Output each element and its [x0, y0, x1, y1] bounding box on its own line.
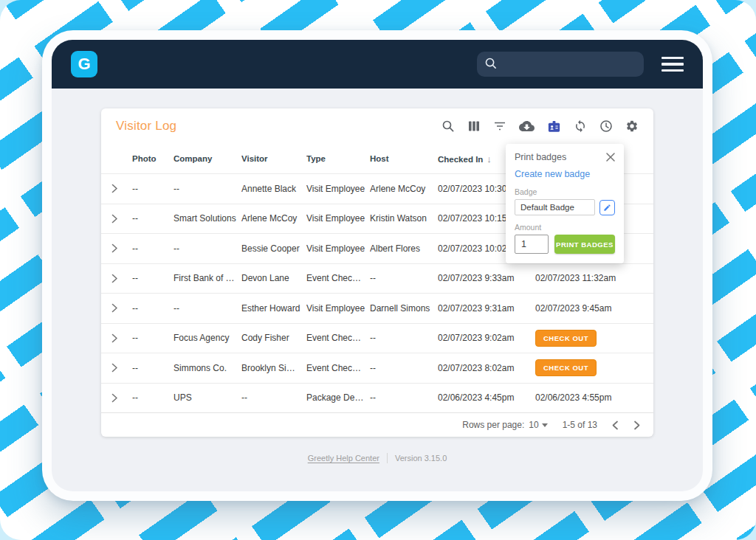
edit-badge-pencil-icon[interactable]: [599, 200, 615, 215]
row-expand-chevron-icon[interactable]: [101, 363, 132, 373]
card-header: Visitor Log: [101, 108, 653, 144]
print-badges-button[interactable]: PRINT BADGES: [554, 235, 615, 254]
cell-host: Arlene McCoy: [370, 184, 438, 194]
header-host[interactable]: Host: [370, 154, 438, 163]
cell-type: Visit Employee: [306, 213, 370, 224]
filter-icon[interactable]: [493, 120, 506, 133]
sort-desc-icon: ↓: [487, 153, 492, 165]
cell-company: Simmons Co.: [173, 363, 241, 373]
cell-checked-out: CHECK OUT: [535, 359, 653, 376]
badge-field-label: Badge: [515, 187, 615, 196]
rows-per-page: Rows per page: 10: [462, 420, 547, 430]
device-frame: G Visitor Log: [42, 30, 712, 501]
row-expand-chevron-icon[interactable]: [101, 184, 132, 193]
app-window: G Visitor Log: [52, 40, 703, 491]
cell-type: Visit Employee: [306, 243, 370, 254]
app-footer: Greetly Help Center Version 3.15.0: [101, 453, 653, 463]
cell-checked-out: 02/06/2023 4:55pm: [535, 392, 653, 403]
cell-type: Package Delivery: [306, 392, 370, 403]
rows-per-page-label: Rows per page:: [462, 420, 524, 430]
cell-type: Visit Employee: [306, 303, 370, 314]
settings-gear-icon[interactable]: [625, 120, 639, 133]
global-search-input[interactable]: [501, 59, 636, 70]
cloud-download-icon[interactable]: [519, 120, 535, 133]
cell-host: --: [370, 363, 438, 373]
header-type[interactable]: Type: [306, 154, 370, 163]
cell-photo: --: [132, 333, 173, 343]
cell-visitor: Cody Fisher: [241, 333, 306, 343]
cell-checked-in: 02/07/2023 9:33am: [438, 273, 535, 283]
amount-field-label: Amount: [515, 223, 615, 232]
cell-company: UPS: [173, 392, 241, 403]
cell-visitor: --: [241, 392, 306, 403]
top-navbar: G: [52, 40, 703, 89]
table-row[interactable]: -- Simmons Co. Brooklyn Simmons Event Ch…: [101, 353, 653, 383]
cell-checked-out: 02/07/2023 9:45am: [535, 303, 653, 314]
cell-checked-out: 02/07/2023 11:32am: [535, 273, 653, 283]
cell-host: Kristin Watson: [370, 213, 438, 224]
cell-company: --: [173, 243, 241, 254]
popover-title: Print badges: [515, 152, 566, 162]
menu-hamburger-icon[interactable]: [662, 57, 684, 72]
cell-checked-in: 02/07/2023 8:02am: [438, 363, 535, 373]
help-center-link[interactable]: Greetly Help Center: [308, 454, 379, 463]
toolbar: [441, 120, 639, 134]
amount-input[interactable]: [515, 235, 549, 254]
cell-photo: --: [132, 184, 173, 194]
row-expand-chevron-icon[interactable]: [101, 303, 132, 313]
row-expand-chevron-icon[interactable]: [101, 333, 132, 343]
cell-photo: --: [132, 392, 173, 403]
caret-down-icon: [542, 423, 548, 427]
cell-checked-out: CHECK OUT: [535, 330, 653, 347]
row-expand-chevron-icon[interactable]: [101, 214, 132, 224]
cell-type: Event Check-in: [306, 333, 370, 343]
cell-visitor: Bessie Cooper: [241, 243, 306, 254]
header-visitor[interactable]: Visitor: [241, 154, 306, 163]
table-row[interactable]: -- UPS -- Package Delivery -- 02/06/2023…: [101, 383, 653, 413]
search-icon[interactable]: [441, 120, 455, 133]
header-photo[interactable]: Photo: [132, 154, 173, 163]
greetly-logo[interactable]: G: [71, 51, 97, 77]
version-text: Version 3.15.0: [395, 454, 447, 463]
cell-host: --: [370, 273, 438, 283]
cell-company: First Bank of T...: [173, 273, 241, 283]
next-page-button[interactable]: [633, 420, 640, 430]
cell-photo: --: [132, 243, 173, 254]
table-row[interactable]: -- -- Esther Howard Visit Employee Darne…: [101, 293, 653, 323]
rows-per-page-select[interactable]: 10: [529, 420, 547, 430]
cell-visitor: Annette Black: [241, 184, 306, 194]
check-out-button[interactable]: CHECK OUT: [535, 359, 597, 376]
cell-type: Event Check-in: [306, 273, 370, 283]
row-expand-chevron-icon[interactable]: [101, 274, 132, 283]
cell-type: Visit Employee: [306, 184, 370, 194]
cell-visitor: Arlene McCoy: [241, 213, 306, 224]
table-row[interactable]: -- First Bank of T... Devon Lane Event C…: [101, 263, 653, 294]
row-expand-chevron-icon[interactable]: [101, 243, 132, 253]
check-out-button[interactable]: CHECK OUT: [535, 330, 597, 347]
cell-photo: --: [132, 363, 173, 373]
cell-company: Smart Solutions: [173, 213, 241, 224]
print-badges-popover: Print badges Create new badge Badge Defa…: [506, 144, 624, 263]
cell-type: Event Check-in: [306, 363, 370, 373]
cell-company: --: [173, 303, 241, 314]
visitor-log-card: Visitor Log: [101, 108, 653, 437]
sync-icon[interactable]: [574, 120, 587, 133]
previous-page-button[interactable]: [612, 420, 619, 430]
logo-letter: G: [78, 55, 90, 74]
global-search-bar[interactable]: [477, 52, 644, 77]
history-clock-icon[interactable]: [599, 120, 613, 133]
table-row[interactable]: -- Focus Agency Cody Fisher Event Check-…: [101, 323, 653, 353]
create-new-badge-link[interactable]: Create new badge: [515, 169, 590, 179]
view-columns-icon[interactable]: [467, 120, 481, 133]
cell-host: Albert Flores: [370, 243, 438, 254]
print-badges-icon[interactable]: [547, 120, 561, 134]
cell-company: Focus Agency: [173, 333, 241, 343]
badge-select[interactable]: Default Badge: [515, 199, 595, 215]
search-icon: [484, 57, 497, 72]
header-company[interactable]: Company: [173, 154, 241, 163]
cell-photo: --: [132, 303, 173, 314]
screenshot-root: G Visitor Log: [0, 0, 756, 540]
cell-host: Darnell Simons: [370, 303, 438, 314]
row-expand-chevron-icon[interactable]: [101, 393, 132, 403]
close-icon[interactable]: [606, 153, 615, 162]
